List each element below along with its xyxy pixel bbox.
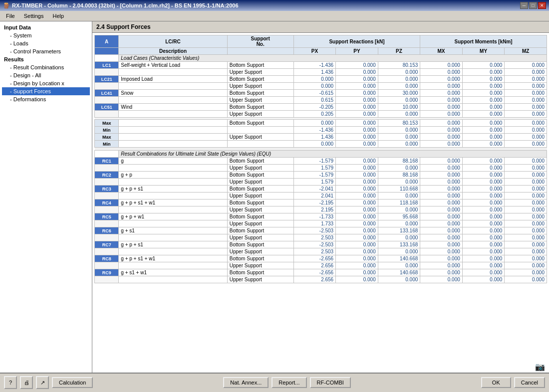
row-id bbox=[95, 262, 119, 269]
row-mz: 0.000 bbox=[505, 193, 547, 199]
row-my: 0.000 bbox=[462, 199, 505, 206]
menu-help[interactable]: Help bbox=[48, 12, 68, 20]
camera-icon[interactable]: 📷 bbox=[535, 362, 545, 372]
row-pz: 0.000 bbox=[378, 193, 420, 199]
row-desc: Imposed Load bbox=[119, 76, 227, 83]
export-button[interactable]: ↗ bbox=[36, 376, 49, 389]
sidebar-item-design-by-location[interactable]: - Design by Location x bbox=[2, 79, 90, 87]
max-min-px: 0.000 bbox=[293, 141, 336, 148]
row-pz: 0.000 bbox=[378, 179, 420, 186]
row-mz: 0.000 bbox=[505, 62, 547, 69]
row-mx: 0.000 bbox=[420, 76, 463, 83]
table-row: Upper Support 2.041 0.000 0.000 0.000 0.… bbox=[95, 193, 547, 199]
row-mz: 0.000 bbox=[505, 179, 547, 186]
bottom-bar: ? 🖨 ↗ Calculation Nat. Annex... Report..… bbox=[0, 373, 549, 392]
sidebar-item-results[interactable]: Results bbox=[2, 55, 90, 63]
menu-file[interactable]: File bbox=[2, 12, 19, 20]
row-desc bbox=[119, 179, 227, 186]
row-mz: 0.000 bbox=[505, 262, 547, 269]
row-mz: 0.000 bbox=[505, 213, 547, 220]
row-mx: 0.000 bbox=[420, 90, 463, 97]
max-min-pz: 0.000 bbox=[378, 134, 420, 141]
row-mx: 0.000 bbox=[420, 172, 463, 179]
calculation-button[interactable]: Calculation bbox=[52, 377, 93, 388]
print-button[interactable]: 🖨 bbox=[20, 376, 33, 389]
row-py: 0.000 bbox=[336, 234, 378, 241]
col-px-header: PX bbox=[293, 48, 336, 55]
sidebar-item-input-data[interactable]: Input Data bbox=[2, 23, 90, 31]
table-row: Upper Support 0.000 0.000 0.000 0.000 0.… bbox=[95, 83, 547, 90]
row-my: 0.000 bbox=[462, 172, 505, 179]
help-button[interactable]: ? bbox=[4, 376, 17, 389]
sidebar-item-result-combinations[interactable]: - Result Combinations bbox=[2, 63, 90, 71]
row-desc bbox=[119, 220, 227, 227]
row-py: 0.000 bbox=[336, 199, 378, 206]
row-px: 1.436 bbox=[293, 69, 336, 76]
row-id bbox=[95, 97, 119, 104]
max-min-pz: 0.000 bbox=[378, 141, 420, 148]
row-pz: 30.000 bbox=[378, 90, 420, 97]
row-mz: 0.000 bbox=[505, 269, 547, 276]
row-py: 0.000 bbox=[336, 179, 378, 186]
row-desc: g + p + s1 bbox=[119, 186, 227, 193]
row-desc: g bbox=[119, 158, 227, 165]
row-desc: Snow bbox=[119, 90, 227, 97]
table-container[interactable]: A LC/RC Support No. Support Reactions [k… bbox=[92, 33, 549, 363]
cancel-button[interactable]: Cancel bbox=[514, 377, 545, 388]
app-icon: 🪵 bbox=[3, 2, 10, 9]
table-row: Upper Support 1.733 0.000 0.000 0.000 0.… bbox=[95, 220, 547, 227]
close-button[interactable]: ✕ bbox=[538, 2, 546, 9]
minimize-button[interactable]: ─ bbox=[520, 2, 528, 9]
row-desc: Self-weight + Vertical Load bbox=[119, 62, 227, 69]
sidebar-item-deformations[interactable]: - Deformations bbox=[2, 95, 90, 103]
row-desc bbox=[119, 111, 227, 118]
row-id: RC3 bbox=[95, 186, 119, 193]
col-support-moments-header: Support Moments [kNm] bbox=[420, 35, 547, 48]
row-desc bbox=[119, 97, 227, 104]
max-min-mz: 0.000 bbox=[505, 134, 547, 141]
max-min-px: 1.436 bbox=[293, 134, 336, 141]
max-min-row: Max Upper Support 1.436 0.000 0.000 0.00… bbox=[95, 134, 547, 141]
col-py-header: PY bbox=[336, 48, 378, 55]
row-desc bbox=[119, 193, 227, 199]
row-support: Bottom Support bbox=[227, 158, 293, 165]
row-desc: g + p bbox=[119, 172, 227, 179]
row-desc bbox=[119, 83, 227, 90]
row-id bbox=[95, 276, 119, 283]
maximize-button[interactable]: □ bbox=[529, 2, 537, 9]
row-py: 0.000 bbox=[336, 269, 378, 276]
row-mx: 0.000 bbox=[420, 234, 463, 241]
sidebar-item-system[interactable]: - System bbox=[2, 31, 90, 39]
row-id: RC4 bbox=[95, 199, 119, 206]
table-row: RC4 g + p + s1 + w1 Bottom Support -2.19… bbox=[95, 199, 547, 206]
max-min-row: Min 0.000 0.000 0.000 0.000 0.000 0.000 bbox=[95, 141, 547, 148]
row-px: -2.041 bbox=[293, 186, 336, 193]
row-support: Upper Support bbox=[227, 276, 293, 283]
row-id: LC41 bbox=[95, 90, 119, 97]
row-mz: 0.000 bbox=[505, 111, 547, 118]
sidebar-item-design-all[interactable]: - Design - All bbox=[2, 71, 90, 79]
max-min-py: 0.000 bbox=[336, 141, 378, 148]
col-support-header: Support No. bbox=[227, 35, 293, 48]
nat-annex-button[interactable]: Nat. Annex... bbox=[223, 377, 269, 388]
menu-settings[interactable]: Settings bbox=[20, 12, 48, 20]
sidebar-item-loads[interactable]: - Loads bbox=[2, 39, 90, 47]
report-button[interactable]: Report... bbox=[272, 377, 306, 388]
rf-combi-button[interactable]: RF-COMBI bbox=[310, 377, 351, 388]
row-mx: 0.000 bbox=[420, 276, 463, 283]
row-mx: 0.000 bbox=[420, 83, 463, 90]
row-px: -2.503 bbox=[293, 241, 336, 248]
row-pz: 0.000 bbox=[378, 97, 420, 104]
row-mz: 0.000 bbox=[505, 158, 547, 165]
row-mx: 0.000 bbox=[420, 241, 463, 248]
sidebar-item-support-forces[interactable]: - Support Forces bbox=[2, 87, 90, 95]
row-pz: 0.000 bbox=[378, 206, 420, 213]
sidebar-item-control-parameters[interactable]: - Control Parameters bbox=[2, 47, 90, 55]
row-my: 0.000 bbox=[462, 97, 505, 104]
max-min-id: Max bbox=[95, 120, 119, 127]
row-support: Bottom Support bbox=[227, 199, 293, 206]
row-my: 0.000 bbox=[462, 234, 505, 241]
row-px: 0.000 bbox=[293, 76, 336, 83]
title-controls[interactable]: ─ □ ✕ bbox=[520, 2, 546, 9]
ok-button[interactable]: OK bbox=[481, 377, 511, 388]
